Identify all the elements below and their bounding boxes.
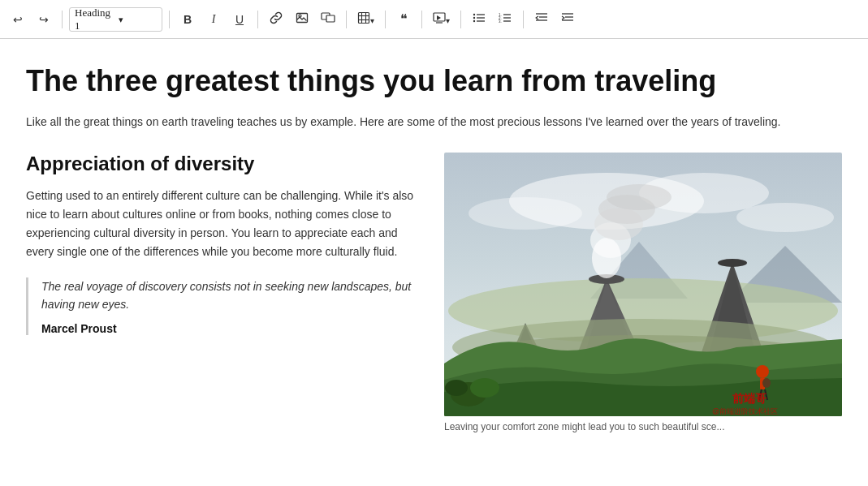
bold-button[interactable]: B (176, 7, 199, 32)
indent-button[interactable] (556, 7, 579, 32)
table-icon (357, 11, 370, 27)
link-button[interactable] (265, 7, 287, 32)
svg-point-32 (469, 197, 582, 230)
separator-1 (62, 11, 63, 28)
redo-icon (39, 13, 49, 26)
undo-button[interactable] (6, 7, 29, 32)
svg-text:3.: 3. (499, 19, 502, 24)
chevron-down-icon (119, 13, 158, 26)
italic-icon: I (212, 13, 216, 26)
bullet-list-icon (473, 12, 486, 26)
separator-8 (523, 11, 524, 28)
separator-3 (257, 11, 258, 28)
toolbar: Heading 1 B I U (0, 0, 868, 39)
media-chevron-icon (446, 13, 450, 26)
blockquote: The real voyage of discovery consists no… (26, 277, 425, 335)
gallery-button[interactable] (317, 7, 339, 32)
undo-icon (13, 13, 23, 26)
two-column-layout: Appreciation of diversity Getting used t… (26, 153, 842, 432)
svg-point-52 (756, 365, 769, 378)
article-image: 前端哥 @前端进阶技术社区 (444, 153, 842, 416)
table-button[interactable] (353, 7, 378, 32)
underline-icon: U (235, 13, 244, 26)
gallery-icon (321, 11, 335, 27)
svg-point-58 (470, 378, 499, 398)
svg-point-33 (736, 203, 834, 232)
separator-6 (421, 11, 422, 28)
svg-point-13 (473, 20, 475, 22)
section1-body: Getting used to an entirely different cu… (26, 187, 425, 261)
separator-5 (385, 11, 386, 28)
table-chevron-icon (370, 13, 374, 26)
svg-text:前端哥: 前端哥 (732, 392, 767, 405)
image-caption: Leaving your comfort zone might lead you… (444, 421, 842, 432)
svg-text:@前端进阶技术社区: @前端进阶技术社区 (712, 407, 778, 415)
bold-icon: B (184, 13, 192, 26)
left-column: Appreciation of diversity Getting used t… (26, 153, 425, 335)
svg-point-1 (299, 15, 301, 17)
heading-select-value: Heading 1 (75, 6, 114, 32)
blockquote-author: Marcel Proust (41, 322, 425, 335)
svg-point-11 (473, 14, 475, 15)
outdent-icon (535, 12, 548, 26)
separator-7 (460, 11, 461, 28)
blockquote-button[interactable]: ❝ (392, 7, 415, 32)
svg-rect-4 (359, 13, 369, 24)
image-container: 前端哥 @前端进阶技术社区 Leaving your comfort zone … (444, 153, 842, 432)
bullet-list-button[interactable] (468, 7, 490, 32)
article-intro: Like all the great things on earth trave… (26, 113, 842, 131)
svg-point-44 (607, 184, 672, 210)
link-icon (270, 11, 283, 27)
right-column: 前端哥 @前端进阶技术社区 Leaving your comfort zone … (444, 153, 842, 432)
image-button[interactable] (291, 7, 313, 32)
underline-button[interactable]: U (228, 7, 251, 32)
heading-select[interactable]: Heading 1 (69, 7, 162, 32)
article-title: The three greatest things you learn from… (26, 63, 842, 98)
image-icon (296, 11, 309, 27)
outdent-button[interactable] (530, 7, 553, 32)
media-icon (433, 12, 446, 26)
svg-point-54 (762, 378, 771, 388)
svg-point-59 (445, 380, 468, 396)
numbered-list-icon: 1. 2. 3. (499, 12, 512, 26)
media-button[interactable] (429, 7, 454, 32)
numbered-list-button[interactable]: 1. 2. 3. (494, 7, 516, 32)
svg-point-12 (473, 17, 475, 19)
italic-button[interactable]: I (202, 7, 225, 32)
content-area: The three greatest things you learn from… (0, 39, 868, 449)
svg-rect-3 (326, 15, 335, 22)
separator-4 (346, 11, 347, 28)
blockquote-text: The real voyage of discovery consists no… (41, 277, 425, 314)
redo-button[interactable] (32, 7, 55, 32)
indent-icon (561, 12, 574, 26)
section1-heading: Appreciation of diversity (26, 153, 425, 175)
blockquote-icon: ❝ (400, 11, 408, 27)
svg-point-47 (718, 259, 747, 267)
separator-2 (169, 11, 170, 28)
